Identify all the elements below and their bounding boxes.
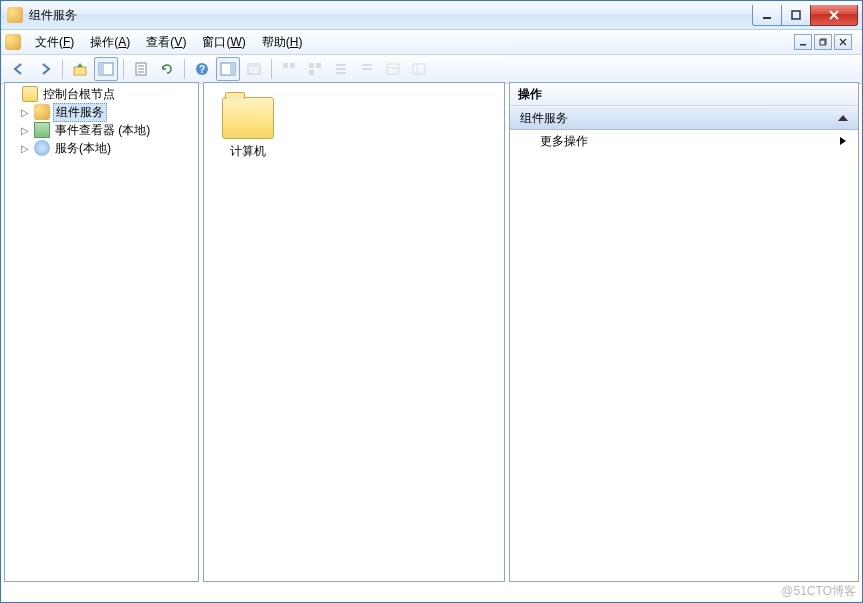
watermark: @51CTO博客 [781,583,856,600]
svg-rect-17 [248,64,260,67]
tree-root-label: 控制台根节点 [41,86,117,103]
back-arrow-icon [11,61,27,77]
system-menu-icon[interactable] [5,34,21,50]
svg-rect-20 [309,63,314,68]
actions-section-label: 组件服务 [520,110,568,127]
forward-button[interactable] [33,57,57,81]
svg-rect-30 [413,64,425,74]
folder-up-icon [72,61,88,77]
svg-rect-4 [820,40,825,45]
tree-item-label: 组件服务 [53,103,107,122]
folder-icon [222,97,274,139]
svg-rect-5 [74,67,86,75]
view-mode-6-button[interactable] [407,57,431,81]
view-mode-3-button[interactable] [329,57,353,81]
help-button[interactable]: ? [190,57,214,81]
content-pane: 计算机 [203,82,505,582]
close-icon [839,38,847,46]
actions-more-item[interactable]: 更多操作 [510,130,858,152]
actions-section-header[interactable]: 组件服务 [510,106,858,130]
application-icon [246,61,262,77]
application-button[interactable] [242,57,266,81]
separator [271,59,272,79]
svg-rect-1 [792,11,800,19]
refresh-button[interactable] [155,57,179,81]
view-mode-2-button[interactable] [303,57,327,81]
view-mode-1-button[interactable] [277,57,301,81]
expand-icon[interactable]: ▷ [19,125,31,136]
details-icon [411,61,427,77]
tree-root[interactable]: 控制台根节点 [5,85,198,103]
maximize-icon [791,10,801,20]
menu-window[interactable]: 窗口(W) [194,32,253,53]
mdi-close-button[interactable] [834,34,852,50]
action-pane-icon [220,61,236,77]
svg-rect-7 [99,63,104,75]
minimize-icon [762,10,772,20]
restore-icon [819,38,827,46]
details-icon [385,61,401,77]
content-item-label: 计算机 [222,143,274,160]
show-hide-action-pane-button[interactable] [216,57,240,81]
expand-icon[interactable]: ▷ [19,107,31,118]
help-icon: ? [194,61,210,77]
properties-icon [133,61,149,77]
window-buttons [753,5,858,25]
view-mode-4-button[interactable] [355,57,379,81]
tree-item-label: 事件查看器 (本地) [53,122,152,139]
svg-rect-15 [230,63,235,75]
menu-file[interactable]: 文件(F) [27,32,82,53]
menu-action[interactable]: 操作(A) [82,32,138,53]
minimize-button[interactable] [752,5,782,26]
services-icon [34,140,50,156]
mdi-restore-button[interactable] [814,34,832,50]
tree-item-component-services[interactable]: ▷ 组件服务 [5,103,198,121]
folder-icon [22,86,38,102]
toolbar: ? [1,55,862,84]
tree-item-label: 服务(本地) [53,140,113,157]
client-area: 控制台根节点 ▷ 组件服务 ▷ 事件查看器 (本地) ▷ 服务(本地) [4,82,859,582]
tree-pane-icon [98,61,114,77]
maximize-button[interactable] [781,5,811,26]
title-bar: 组件服务 [1,1,862,30]
component-services-icon [34,104,50,120]
menu-view[interactable]: 查看(V) [138,32,194,53]
close-button[interactable] [810,5,858,26]
close-icon [828,10,840,20]
grid-icon [281,61,297,77]
window-title: 组件服务 [29,7,77,24]
svg-rect-0 [763,17,771,19]
grid-icon [307,61,323,77]
console-tree-pane: 控制台根节点 ▷ 组件服务 ▷ 事件查看器 (本地) ▷ 服务(本地) [4,82,199,582]
forward-arrow-icon [37,61,53,77]
content-item-computers[interactable]: 计算机 [212,91,274,160]
up-button[interactable] [68,57,92,81]
expand-icon[interactable]: ▷ [19,143,31,154]
separator [62,59,63,79]
svg-rect-28 [387,64,399,74]
tree-item-event-viewer[interactable]: ▷ 事件查看器 (本地) [5,121,198,139]
actions-header: 操作 [510,83,858,106]
back-button[interactable] [7,57,31,81]
actions-pane: 操作 组件服务 更多操作 [509,82,859,582]
submenu-arrow-icon [840,137,846,145]
menu-bar: 文件(F) 操作(A) 查看(V) 窗口(W) 帮助(H) [1,30,862,55]
mdi-controls [794,34,852,50]
menu-help[interactable]: 帮助(H) [254,32,311,53]
svg-text:?: ? [199,64,205,75]
mdi-minimize-button[interactable] [794,34,812,50]
app-window: 组件服务 文件(F) 操作(A) 查看(V) 窗口(W) 帮助(H) [0,0,863,603]
svg-rect-21 [316,63,321,68]
separator [184,59,185,79]
svg-rect-19 [290,63,295,68]
list-icon [333,61,349,77]
properties-button[interactable] [129,57,153,81]
event-viewer-icon [34,122,50,138]
actions-more-label: 更多操作 [540,133,588,150]
refresh-icon [159,61,175,77]
minimize-icon [799,38,807,46]
svg-rect-18 [283,63,288,68]
view-mode-5-button[interactable] [381,57,405,81]
tree-item-services[interactable]: ▷ 服务(本地) [5,139,198,157]
show-hide-console-tree-button[interactable] [94,57,118,81]
